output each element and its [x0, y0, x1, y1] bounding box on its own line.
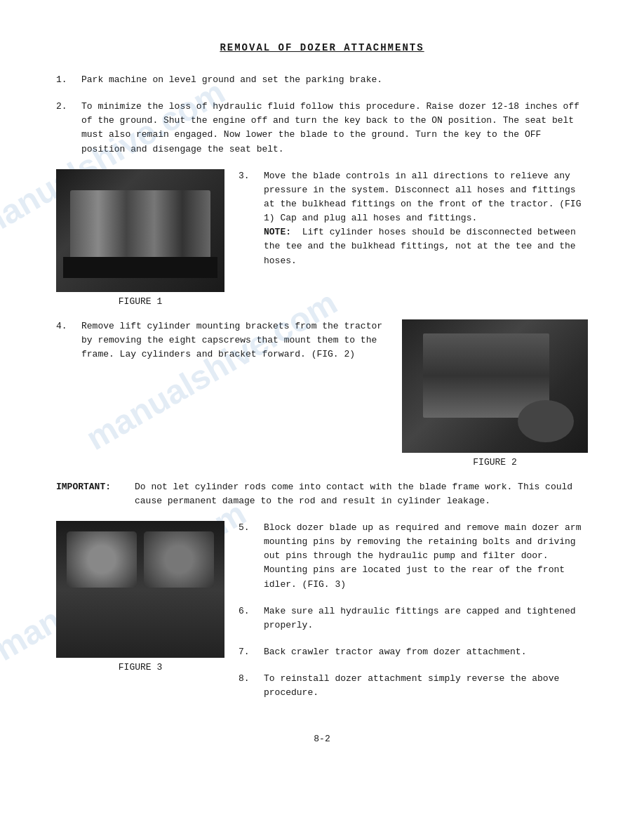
item-text-4: Remove lift cylinder mounting brackets f… — [81, 319, 388, 362]
item-num-4: 4. — [56, 319, 81, 362]
figure1-block: FIGURE 1 — [56, 169, 224, 307]
list-item-3: 3. Move the blade controls in all direct… — [239, 169, 588, 268]
list-item-1: 1. Park machine on level ground and set … — [56, 73, 588, 87]
item-num-5: 5. — [239, 521, 264, 592]
page: manualshive.com manualshive.com manualsh… — [0, 0, 644, 834]
note-label: NOTE: — [264, 227, 291, 237]
item-num-8: 8. — [239, 672, 264, 700]
page-number: 8-2 — [56, 734, 588, 744]
figure3-block: FIGURE 3 — [56, 521, 224, 713]
list-item-8: 8. To reinstall dozer attachment simply … — [239, 672, 588, 700]
page-title: REMOVAL OF DOZER ATTACHMENTS — [56, 42, 588, 53]
item-text-7: Back crawler tractor away from dozer att… — [264, 645, 588, 659]
important-label: IMPORTANT: — [56, 480, 126, 508]
item3-block: 3. Move the blade controls in all direct… — [239, 169, 588, 281]
figure3-image — [56, 521, 224, 658]
item-num-6: 6. — [239, 604, 264, 633]
list-item-7: 7. Back crawler tractor away from dozer … — [239, 645, 588, 659]
figure1-label: FIGURE 1 — [119, 296, 162, 307]
figure2-image — [402, 319, 588, 453]
figure2-block: FIGURE 2 — [402, 319, 588, 468]
item-text-2: To minimize the loss of hydraulic fluid … — [81, 100, 588, 157]
note-text: Lift cylinder hoses should be disconnect… — [264, 227, 576, 265]
figure1-row: FIGURE 1 3. Move the blade controls in a… — [56, 169, 588, 307]
item3-note: NOTE: Lift cylinder hoses should be disc… — [264, 227, 576, 265]
figure1-image — [56, 169, 224, 292]
item-num-2: 2. — [56, 100, 81, 157]
item4-block: 4. Remove lift cylinder mounting bracket… — [56, 319, 388, 374]
important-block: IMPORTANT: Do not let cylinder rods come… — [56, 480, 588, 508]
item4-row: 4. Remove lift cylinder mounting bracket… — [56, 319, 588, 468]
item-num-7: 7. — [239, 645, 264, 659]
item-text-8: To reinstall dozer attachment simply rev… — [264, 672, 588, 700]
item-text-1: Park machine on level ground and set the… — [81, 73, 588, 87]
figure2-label: FIGURE 2 — [473, 457, 516, 468]
list-item-4: 4. Remove lift cylinder mounting bracket… — [56, 319, 388, 362]
list-item-2: 2. To minimize the loss of hydraulic flu… — [56, 100, 588, 157]
item-num-1: 1. — [56, 73, 81, 87]
list-item-6: 6. Make sure all hydraulic fittings are … — [239, 604, 588, 633]
item3-main-text: Move the blade controls in all direction… — [264, 171, 581, 223]
item-text-6: Make sure all hydraulic fittings are cap… — [264, 604, 588, 633]
items-5-8-block: 5. Block dozer blade up as required and … — [239, 521, 588, 713]
item-num-3: 3. — [239, 169, 264, 268]
item-text-3: Move the blade controls in all direction… — [264, 169, 588, 268]
figure3-label: FIGURE 3 — [119, 662, 162, 673]
important-text: Do not let cylinder rods come into conta… — [135, 480, 588, 508]
bottom-section: FIGURE 3 5. Block dozer blade up as requ… — [56, 521, 588, 713]
item-text-5: Block dozer blade up as required and rem… — [264, 521, 588, 592]
list-item-5: 5. Block dozer blade up as required and … — [239, 521, 588, 592]
